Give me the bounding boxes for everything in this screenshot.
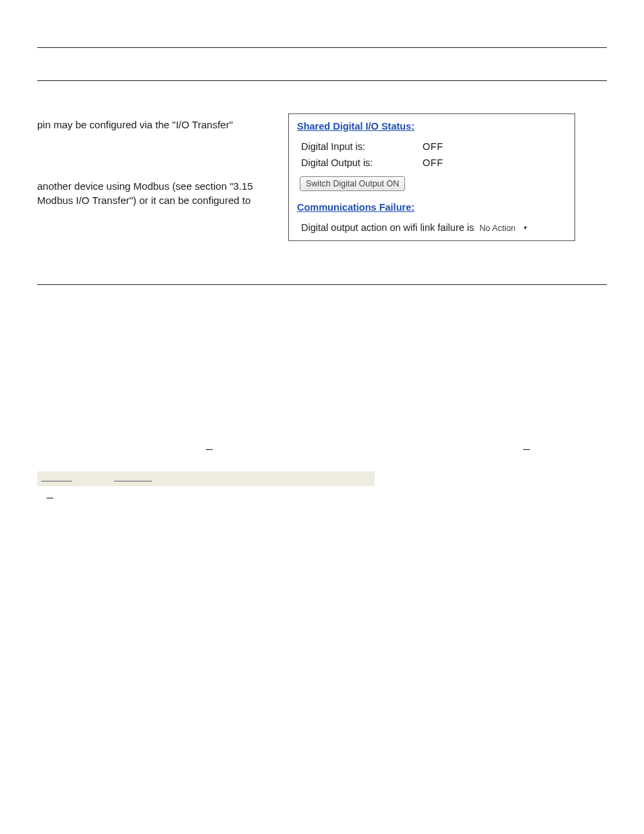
digital-input-value: OFF [423,140,444,155]
switch-digital-output-button[interactable]: Switch Digital Output ON [300,176,405,191]
top-divider [37,47,607,48]
shared-io-status-heading: Shared Digital I/O Status: [297,121,566,132]
dash-mark: – [523,442,530,456]
digital-output-label: Digital Output is: [301,156,423,171]
header-underline [37,80,607,81]
io-status-panel: Shared Digital I/O Status: Digital Input… [288,113,575,241]
failure-action-label: Digital output action on wifi link failu… [301,222,474,233]
io-content-row: pin may be configured via the "I/O Trans… [37,113,607,241]
dash-mark: – [206,442,213,456]
dash-mark: – [47,490,53,504]
underline-segment [41,481,72,481]
communications-failure-heading: Communications Failure: [297,202,566,213]
digital-output-value: OFF [423,156,444,171]
paragraph-io-transfer: pin may be configured via the "I/O Trans… [37,118,287,132]
mid-annotation-area: – – – [37,420,607,508]
digital-output-row: Digital Output is: OFF [301,156,566,171]
failure-action-line: Digital output action on wifi link failu… [301,222,566,234]
digital-input-row: Digital Input is: OFF [301,140,566,155]
failure-action-select[interactable]: No Action [478,223,529,234]
body-text-column: pin may be configured via the "I/O Trans… [37,113,287,207]
highlight-bar [37,471,375,486]
paragraph-modbus: another device using Modbus (see section… [37,179,287,207]
underline-segment [114,481,152,481]
digital-input-label: Digital Input is: [301,140,423,155]
section-divider [37,284,607,285]
